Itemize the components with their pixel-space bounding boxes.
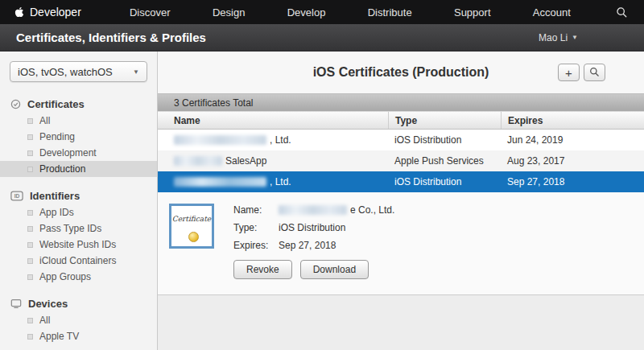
- platform-dropdown-value: iOS, tvOS, watchOS: [18, 66, 113, 78]
- column-header-expires[interactable]: Expires: [501, 112, 644, 129]
- apple-developer-portal: Developer Discover Design Develop Distri…: [0, 0, 644, 350]
- sidebar-item-website-push-ids[interactable]: Website Push IDs: [0, 237, 157, 253]
- certificate-expires: Aug 23, 2017: [501, 150, 644, 171]
- caret-down-icon: ▼: [133, 68, 139, 76]
- content-footer: [158, 295, 644, 350]
- add-certificate-button[interactable]: +: [558, 64, 580, 81]
- redacted-text: [174, 156, 222, 166]
- table-header: Name Type Expires: [158, 112, 644, 130]
- redacted-text: [174, 177, 266, 187]
- sidebar-item-pass-type-ids[interactable]: Pass Type IDs: [0, 220, 157, 237]
- apple-developer-brand[interactable]: Developer: [14, 6, 81, 19]
- page-title: Certificates, Identifiers & Profiles: [16, 31, 539, 44]
- sidebar-section-identifiers: ID Identifiers App IDs Pass Type IDs Web…: [0, 187, 157, 285]
- certificate-detail-fields: Name: e Co., Ltd. Type: iOS Distribution…: [233, 204, 394, 294]
- redacted-text: [174, 135, 266, 145]
- certificate-name: SalesApp: [158, 150, 388, 171]
- sidebar-section-header-devices[interactable]: Devices: [0, 294, 157, 312]
- header-buttons: +: [558, 64, 605, 81]
- bullet-icon: [27, 167, 33, 172]
- id-badge-icon: ID: [10, 191, 23, 201]
- revoke-button[interactable]: Revoke: [233, 260, 292, 279]
- nav-item-support[interactable]: Support: [454, 6, 491, 19]
- sidebar-item-app-ids[interactable]: App IDs: [0, 204, 157, 220]
- column-header-name[interactable]: Name: [158, 112, 388, 129]
- user-name: Mao Li: [539, 32, 568, 43]
- certificate-expires: Jun 24, 2019: [501, 130, 644, 150]
- certificate-type: Apple Push Services: [388, 150, 501, 171]
- column-header-type[interactable]: Type: [388, 112, 501, 129]
- nav-item-develop[interactable]: Develop: [287, 6, 326, 19]
- sidebar-item-apple-tv[interactable]: Apple TV: [0, 328, 157, 344]
- search-icon[interactable]: [616, 6, 628, 19]
- certificate-expires: Sep 27, 2018: [501, 171, 644, 192]
- brand-label: Developer: [30, 6, 81, 19]
- nav-item-design[interactable]: Design: [213, 6, 245, 19]
- sidebar-section-header-identifiers[interactable]: ID Identifiers: [0, 187, 157, 204]
- sidebar-item-app-groups[interactable]: App Groups: [0, 269, 157, 285]
- main-header: iOS Certificates (Production) +: [158, 51, 644, 93]
- certificate-row-selected[interactable]: , Ltd. iOS Distribution Sep 27, 2018: [158, 171, 644, 192]
- certificate-icon-label: Certificate: [171, 215, 212, 223]
- sidebar-section-header-certificates[interactable]: Certificates: [0, 95, 157, 113]
- content-area: iOS, tvOS, watchOS ▼ Certificates All Pe…: [0, 51, 644, 350]
- device-icon: [10, 299, 22, 309]
- certificate-type: iOS Distribution: [388, 171, 501, 192]
- nav-item-distribute[interactable]: Distribute: [368, 6, 412, 19]
- caret-down-icon: ▼: [572, 34, 578, 41]
- bullet-icon: [27, 210, 33, 216]
- gold-seal-icon: [188, 232, 199, 242]
- detail-expires-label: Expires:: [233, 240, 279, 251]
- certificate-row[interactable]: , Ltd. iOS Distribution Jun 24, 2019: [158, 130, 644, 150]
- sidebar-item-certificates-all[interactable]: All: [0, 113, 157, 129]
- user-account-menu[interactable]: Mao Li ▼: [539, 32, 578, 43]
- bullet-icon: [27, 118, 33, 124]
- main-title: iOS Certificates (Production): [313, 65, 489, 80]
- bullet-icon: [27, 134, 33, 140]
- nav-item-discover[interactable]: Discover: [130, 6, 171, 19]
- section-header-bar: Certificates, Identifiers & Profiles Mao…: [0, 24, 644, 51]
- search-icon: [589, 66, 600, 80]
- redacted-text: [279, 205, 347, 215]
- certificate-type: iOS Distribution: [388, 130, 501, 150]
- sidebar-section-devices: Devices All Apple TV: [0, 294, 157, 344]
- bullet-icon: [27, 150, 33, 156]
- search-certificates-button[interactable]: [584, 64, 605, 81]
- sidebar-item-icloud-containers[interactable]: iCloud Containers: [0, 253, 157, 269]
- sidebar-item-production[interactable]: Production: [0, 161, 157, 177]
- bullet-icon: [27, 226, 33, 232]
- top-nav-items: Discover Design Develop Distribute Suppo…: [109, 6, 592, 19]
- platform-dropdown[interactable]: iOS, tvOS, watchOS ▼: [10, 61, 147, 82]
- sidebar-item-development[interactable]: Development: [0, 145, 157, 161]
- certificate-name: , Ltd.: [158, 130, 388, 150]
- certificate-file-icon: Certificate: [169, 204, 214, 249]
- certificate-seal-icon: [10, 99, 21, 109]
- bullet-icon: [27, 318, 33, 323]
- detail-name-value: e Co., Ltd.: [279, 204, 394, 216]
- sidebar: iOS, tvOS, watchOS ▼ Certificates All Pe…: [0, 51, 158, 350]
- bullet-icon: [27, 274, 33, 280]
- bullet-icon: [27, 258, 33, 264]
- certificate-row[interactable]: SalesApp Apple Push Services Aug 23, 201…: [158, 150, 644, 171]
- plus-icon: +: [565, 66, 572, 80]
- top-nav: Developer Discover Design Develop Distri…: [0, 0, 644, 24]
- certificates-count: 3 Certificates Total: [174, 97, 254, 109]
- detail-buttons: Revoke Download: [233, 260, 394, 279]
- nav-item-account[interactable]: Account: [533, 6, 571, 19]
- detail-type-value: iOS Distribution: [279, 222, 345, 233]
- detail-type-label: Type:: [233, 222, 279, 233]
- certificate-detail-panel: Certificate Name: e Co., Ltd. Type: iOS …: [158, 192, 644, 295]
- main-panel: iOS Certificates (Production) + 3 Certif…: [158, 51, 644, 350]
- sidebar-section-certificates: Certificates All Pending Development Pro…: [0, 95, 157, 177]
- certificate-name: , Ltd.: [158, 171, 388, 192]
- detail-expires-value: Sep 27, 2018: [279, 240, 336, 251]
- sidebar-item-pending[interactable]: Pending: [0, 129, 157, 145]
- apple-logo-icon: [14, 6, 24, 18]
- bullet-icon: [27, 334, 33, 340]
- download-button[interactable]: Download: [300, 260, 369, 279]
- sidebar-item-devices-all[interactable]: All: [0, 312, 157, 328]
- certificates-count-bar: 3 Certificates Total: [158, 93, 644, 112]
- detail-name-label: Name:: [233, 204, 279, 216]
- bullet-icon: [27, 242, 33, 248]
- svg-text:ID: ID: [14, 193, 20, 199]
